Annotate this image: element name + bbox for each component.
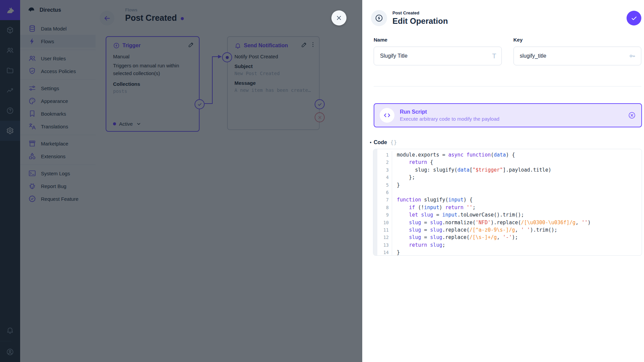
fields-row: Name T Key [374,37,641,65]
deselect-operation-button[interactable] [628,111,636,119]
code-text: let slug = input.toLowerCase().trim(); [392,211,524,219]
save-button[interactable] [627,11,641,25]
line-number: 7 [377,196,392,203]
line-number: 6 [377,189,392,196]
directus-app: Directus Data ModelFlowsUser RolesAccess… [0,0,644,362]
line-number: 12 [377,234,392,241]
code-text: } [392,249,400,256]
code-line: 2 return { [377,159,642,166]
drawer-header: Post Created Edit Operation [362,0,644,26]
operation-type-icon-circle [371,10,387,26]
code-text: } [392,181,400,189]
code-line: 4 }; [377,174,642,181]
close-drawer-button[interactable] [331,10,346,25]
line-number: 11 [377,226,392,234]
code-line: 8 if (!input) return ''; [377,204,642,211]
x-circle-icon [628,111,636,119]
code-line: 1module.exports = async function(data) { [377,151,642,159]
code-line: 11 slug = slug.replace(/[^a-z0-9\s-]/g, … [377,226,642,234]
offline-bolt-icon [375,14,383,22]
banner-title: Run Script [400,109,499,115]
code-text [392,189,397,196]
line-number: 4 [377,174,392,181]
code-text: slug: slugify(data["$trigger"].payload.t… [392,166,551,174]
banner-subtitle: Execute arbitrary code to modify the pay… [400,116,499,122]
title-format-icon: T [492,52,496,60]
code-line: 9 let slug = input.toLowerCase().trim(); [377,211,642,219]
code-line: 3 slug: slugify(data["$trigger"].payload… [377,166,642,174]
code-text: if (!input) return ''; [392,204,476,211]
code-editor[interactable]: 1module.exports = async function(data) {… [373,149,642,256]
code-line: 14} [377,249,642,256]
line-number: 10 [377,219,392,226]
close-icon [335,14,342,21]
code-text: function slugify(input) { [392,196,473,203]
key-field-group: Key [514,37,642,65]
key-icon [629,52,636,60]
name-input[interactable] [374,47,502,65]
code-label: Code [374,139,387,145]
name-label: Name [374,37,502,43]
code-line: 6 [377,189,642,196]
line-number: 9 [377,211,392,219]
code-text: }; [392,174,415,181]
key-input[interactable] [514,47,642,65]
divider [374,86,641,86]
code-text: return { [392,159,433,166]
drawer-breadcrumb: Post Created [392,10,448,15]
line-number: 3 [377,166,392,174]
line-number: 13 [377,241,392,249]
code-line: 7function slugify(input) { [377,196,642,203]
key-label: Key [514,37,642,43]
code-line: 13 return slug; [377,241,642,249]
code-icon-circle [380,108,394,123]
line-number: 1 [377,151,392,159]
braces-icon: {} [390,139,397,145]
line-number: 5 [377,181,392,189]
code-icon [383,111,391,119]
code-lines: 1module.exports = async function(data) {… [377,151,642,256]
code-text: module.exports = async function(data) { [392,151,515,159]
line-number: 8 [377,204,392,211]
code-label-row: Code {} [374,139,641,145]
code-text: slug = slug.replace(/[^a-z0-9\s-]/g, ' '… [392,226,557,234]
code-line: 12 slug = slug.replace(/[\s-]+/g, '-'); [377,234,642,241]
run-script-banner[interactable]: Run Script Execute arbitrary code to mod… [374,103,642,127]
code-text: return slug; [392,241,445,249]
edited-dot [370,142,371,143]
edit-operation-drawer: Post Created Edit Operation Name T Key [362,0,644,362]
code-text: slug = slug.normalize('NFD').replace(/[\… [392,219,591,226]
drawer-backdrop[interactable] [0,0,362,362]
name-field-group: Name T [374,37,502,65]
code-line: 10 slug = slug.normalize('NFD').replace(… [377,219,642,226]
check-icon [631,15,638,22]
line-number: 14 [377,249,392,256]
code-line: 5} [377,181,642,189]
line-number: 2 [377,159,392,166]
drawer-title: Edit Operation [392,16,448,26]
code-text: slug = slug.replace(/[\s-]+/g, '-'); [392,234,518,241]
